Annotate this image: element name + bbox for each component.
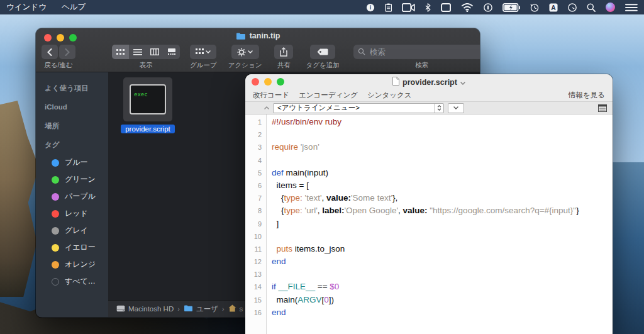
view-as-icons-button[interactable] — [112, 45, 129, 59]
search-input[interactable] — [369, 47, 480, 57]
sidebar-tag-item[interactable]: ブルー — [36, 154, 108, 171]
tag-label: タグを追加 — [306, 61, 339, 70]
editor-titlebar: provider.script — [245, 74, 613, 89]
time-machine-icon[interactable] — [530, 0, 539, 14]
code-editor-area[interactable]: 12345678910111213141516 #!/usr/bin/env r… — [245, 114, 613, 334]
search-label: 検索 — [415, 61, 428, 70]
group-label: グループ — [190, 61, 217, 70]
battery-icon[interactable] — [502, 0, 520, 14]
path-item-2[interactable]: s — [228, 304, 243, 313]
back-button[interactable] — [42, 45, 58, 59]
control-center-icon[interactable] — [625, 0, 638, 14]
sidebar-section-3[interactable]: タグ — [36, 135, 108, 154]
editor-toolbar: 改行コードエンコーディングシンタックス 情報を見る — [245, 89, 613, 101]
path-item-1[interactable]: ユーザ — [184, 304, 218, 314]
one-password-icon[interactable] — [484, 0, 492, 14]
editor-menu-item-0[interactable]: 改行コード — [253, 91, 289, 100]
video-camera-icon[interactable] — [402, 0, 415, 14]
search-field[interactable] — [353, 45, 480, 59]
desktop: ウインドウヘルプ iA tanin.tip 戻る/進む — [0, 0, 644, 334]
code-line-7: {type: 'text', value:'Some text'}, — [272, 192, 613, 204]
svg-text:A: A — [551, 4, 556, 11]
action-label: アクション — [228, 61, 262, 70]
clock-icon[interactable] — [568, 0, 577, 14]
line-number: 8 — [245, 204, 262, 217]
sidebar-section-0[interactable]: よく使う項目 — [36, 79, 108, 97]
action-button[interactable] — [231, 45, 259, 59]
nav-label: 戻る/進む — [44, 61, 72, 70]
editor-window-title: provider.script — [245, 77, 613, 87]
share-button[interactable] — [274, 45, 293, 59]
wifi-icon[interactable] — [461, 0, 474, 14]
code-line-1: #!/usr/bin/env ruby — [272, 116, 613, 128]
sidebar-tag-item[interactable]: イエロー — [36, 239, 108, 256]
share-icon — [280, 47, 287, 57]
add-tag-button[interactable] — [310, 45, 335, 59]
finder-toolbar: tanin.tip 戻る/進む 表 — [36, 28, 480, 72]
split-editor-button[interactable] — [595, 103, 610, 113]
tag-color-dot — [52, 193, 59, 201]
editor-menu-item-1[interactable]: エンコーディング — [299, 91, 358, 100]
path-item-label: ユーザ — [196, 304, 218, 314]
folder-icon — [184, 304, 193, 313]
code-line-8: {type: 'url', label:'Open Google', value… — [272, 204, 613, 217]
file-provider-script[interactable]: exec provider.script — [123, 77, 172, 133]
code-line-2 — [272, 128, 613, 141]
next-outline-item-button[interactable] — [448, 103, 464, 113]
tag-label: レッド — [65, 208, 88, 219]
sidebar-section-2[interactable]: 場所 — [36, 116, 108, 135]
sidebar-section-1[interactable]: iCloud — [36, 97, 108, 116]
sidebar-tag-item[interactable]: すべて… — [36, 273, 108, 290]
outline-menu-dropdown[interactable]: <アウトラインメニュー> — [273, 103, 444, 113]
code-line-9: ] — [272, 218, 613, 230]
clipboard-icon[interactable] — [385, 0, 392, 14]
tag-color-dot — [52, 227, 59, 235]
menu-item-0[interactable]: ウインドウ — [6, 2, 47, 13]
group-control: グループ — [190, 45, 217, 70]
bluetooth-icon[interactable] — [425, 0, 431, 14]
path-item-label: Macintosh HD — [128, 305, 174, 313]
code-line-6: items = [ — [272, 179, 613, 192]
outline-stepper-icon — [434, 104, 443, 113]
collapse-outline-button[interactable] — [262, 103, 272, 113]
line-number: 3 — [245, 141, 262, 153]
info-icon[interactable]: i — [366, 0, 375, 14]
sidebar-tag-item[interactable]: グリーン — [36, 171, 108, 188]
code-line-13 — [272, 268, 613, 281]
sidebar-tag-item[interactable]: レッド — [36, 205, 108, 222]
tag-icon — [317, 48, 328, 55]
view-switcher — [112, 45, 180, 59]
folder-icon — [236, 32, 246, 40]
siri-icon[interactable] — [606, 0, 615, 14]
view-as-gallery-button[interactable] — [163, 45, 180, 59]
code-line-5: def main(input) — [272, 167, 613, 179]
tag-label: イエロー — [65, 242, 96, 253]
code-line-11: puts items.to_json — [272, 243, 613, 255]
line-number: 7 — [245, 192, 262, 204]
sidebar-tag-item[interactable]: グレイ — [36, 222, 108, 239]
view-control: 表示 — [112, 45, 180, 70]
tag-control: タグを追加 — [306, 45, 339, 70]
display-icon[interactable] — [441, 0, 451, 14]
path-item-0[interactable]: Macintosh HD — [116, 305, 174, 313]
line-number: 1 — [245, 116, 262, 128]
forward-button[interactable] — [59, 45, 75, 59]
title-chevron-icon[interactable] — [460, 78, 465, 87]
line-number: 6 — [245, 179, 262, 192]
tag-color-dot — [52, 176, 59, 184]
tag-color-dot — [52, 244, 59, 252]
line-number: 14 — [245, 281, 262, 293]
view-as-columns-button[interactable] — [146, 45, 163, 59]
view-as-list-button[interactable] — [129, 45, 146, 59]
sidebar-tag-item[interactable]: パープル — [36, 188, 108, 205]
search-icon[interactable] — [587, 0, 596, 14]
show-info-button[interactable]: 情報を見る — [569, 91, 605, 100]
menu-item-1[interactable]: ヘルプ — [62, 2, 86, 13]
line-number: 2 — [245, 128, 262, 141]
sidebar-tag-item[interactable]: オレンジ — [36, 256, 108, 273]
tag-label: オレンジ — [65, 259, 96, 270]
input-source-a-icon[interactable]: A — [549, 0, 558, 14]
editor-menu-item-2[interactable]: シンタックス — [367, 91, 412, 100]
line-number-gutter: 12345678910111213141516 — [245, 114, 267, 334]
group-button[interactable] — [190, 45, 216, 59]
